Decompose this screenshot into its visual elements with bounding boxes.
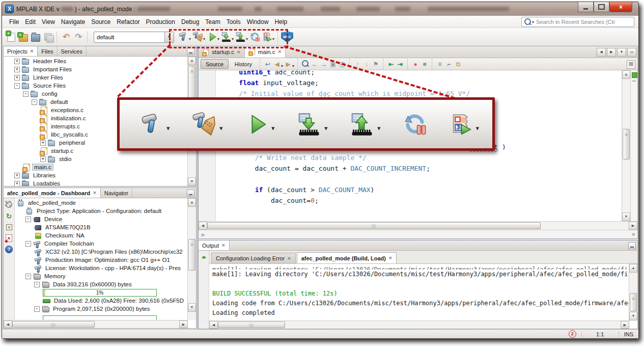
debug-main-project-button[interactable] bbox=[261, 31, 273, 43]
scroll-down-icon[interactable]: ▼ bbox=[188, 177, 196, 186]
tree-item-label[interactable]: interrupts.c bbox=[49, 123, 81, 129]
breadcrumb-close-icon[interactable]: × bbox=[631, 232, 635, 237]
tree-item-label[interactable]: config bbox=[40, 91, 59, 97]
tree-item-label[interactable]: License: Workstation - cpp - HPA:6714 da… bbox=[44, 265, 182, 271]
search-caret-icon[interactable]: ▾ bbox=[532, 20, 534, 24]
output-vscrollbar[interactable]: ▲ ▼ bbox=[629, 264, 637, 321]
menu-debug[interactable]: Debug bbox=[178, 17, 202, 26]
code-line[interactable]: 45 bbox=[216, 174, 622, 184]
tab-navigator[interactable]: Navigator bbox=[101, 188, 132, 198]
scroll-thumb[interactable] bbox=[207, 222, 541, 229]
scroll-right-icon[interactable]: ▶ bbox=[629, 222, 637, 230]
shift-right-icon[interactable]: ⇥ bbox=[396, 60, 405, 69]
scroll-up-icon[interactable]: ▲ bbox=[629, 264, 637, 273]
shift-left-icon[interactable]: ⇤ bbox=[386, 60, 396, 69]
tree-item-label[interactable]: Production Image: Optimization: gcc O1 g… bbox=[44, 257, 172, 263]
navigate-back-icon[interactable]: ◀ bbox=[272, 60, 282, 69]
scroll-thumb[interactable] bbox=[623, 129, 630, 159]
read-device-memory-button[interactable] bbox=[234, 31, 246, 43]
collapse-icon[interactable]: - bbox=[25, 217, 31, 222]
notifications-badge[interactable]: 2 bbox=[569, 330, 576, 338]
scroll-down-icon[interactable]: ▼ bbox=[188, 303, 196, 312]
back-caret-icon[interactable]: ▾ bbox=[281, 64, 283, 68]
expand-icon[interactable]: + bbox=[14, 173, 20, 178]
toggle-bookmark-icon[interactable]: ⚑ bbox=[371, 60, 380, 69]
menu-navigate[interactable]: Navigate bbox=[58, 17, 88, 26]
tab-startup-c[interactable]: startup.c× bbox=[199, 46, 245, 58]
tree-item-label[interactable]: stdio bbox=[58, 156, 73, 162]
tree-item-label[interactable]: afec_polled_mode bbox=[26, 200, 77, 206]
tab-close-icon[interactable]: × bbox=[388, 256, 393, 260]
help-button[interactable]: ? bbox=[5, 245, 13, 254]
new-project-button[interactable] bbox=[17, 31, 30, 43]
menu-view[interactable]: View bbox=[39, 17, 58, 26]
code-line[interactable]: 46 if (dac_count > DAC_COUNT_MAX) bbox=[216, 184, 622, 195]
window-close-button[interactable]: × bbox=[609, 2, 632, 12]
tree-item-label[interactable]: Loadables bbox=[32, 180, 62, 186]
scroll-thumb[interactable] bbox=[630, 293, 637, 311]
menu-help[interactable]: Help bbox=[271, 17, 290, 26]
tree-item-label[interactable]: Compiler Toolchain bbox=[43, 241, 96, 247]
find-selection-icon[interactable] bbox=[301, 60, 310, 69]
scroll-left-icon[interactable]: ◀ bbox=[199, 222, 207, 230]
collapse-icon[interactable]: - bbox=[25, 241, 31, 247]
configuration-combobox[interactable]: default ▼ bbox=[94, 32, 174, 43]
tree-item-label[interactable]: default bbox=[49, 99, 70, 105]
scroll-up-icon[interactable]: ▲ bbox=[188, 57, 196, 65]
split-editor-icon[interactable]: ⊞ bbox=[627, 60, 635, 69]
code-line[interactable]: 48 bbox=[216, 206, 622, 217]
tree-item-label[interactable]: Device bbox=[43, 216, 64, 222]
tab-close-icon[interactable]: × bbox=[287, 256, 291, 261]
scroll-up-icon[interactable]: ▲ bbox=[622, 70, 630, 79]
rectangular-selection-icon[interactable]: ◱ bbox=[338, 60, 347, 69]
tree-item-label[interactable]: XC32 (v2.10) [C:\Program Files (x86)\Mic… bbox=[44, 249, 184, 255]
tab-services[interactable]: Services bbox=[58, 46, 87, 56]
tab-scroll-right-icon[interactable]: ▶ bbox=[607, 48, 616, 57]
menu-edit[interactable]: Edit bbox=[22, 17, 39, 26]
code-line[interactable]: 36 float input_voltage; bbox=[216, 77, 622, 88]
collapse-icon[interactable]: - bbox=[23, 91, 29, 97]
debug-refresh-button[interactable] bbox=[248, 31, 261, 43]
source-view-button[interactable]: Source bbox=[201, 59, 229, 69]
run-project-button[interactable] bbox=[206, 31, 218, 43]
editor-hscrollbar[interactable]: ◀ ▶ bbox=[199, 221, 637, 230]
scroll-thumb[interactable] bbox=[12, 321, 95, 328]
editor-maximize-icon[interactable]: ▭ bbox=[627, 48, 636, 57]
scroll-left-icon[interactable]: ◀ bbox=[209, 321, 218, 329]
code-line[interactable]: 43 /* Write next data sample */ bbox=[216, 152, 622, 163]
tree-item-label[interactable]: Header Files bbox=[32, 58, 68, 64]
build-project-button[interactable] bbox=[177, 31, 189, 43]
tab-close-icon[interactable]: × bbox=[93, 191, 97, 195]
project-properties-button[interactable] bbox=[5, 200, 13, 209]
expand-icon[interactable]: + bbox=[14, 67, 20, 72]
scroll-thumb[interactable] bbox=[218, 322, 285, 328]
tree-item-label[interactable]: Program 2,097,152 (0x200000) bytes bbox=[51, 306, 152, 312]
scroll-right-icon[interactable]: ▶ bbox=[621, 321, 629, 329]
expand-icon[interactable]: + bbox=[14, 59, 20, 64]
tab-list-dropdown-icon[interactable]: ▼ bbox=[617, 48, 626, 57]
comment-icon[interactable]: ≡ bbox=[435, 60, 444, 69]
expand-icon[interactable]: + bbox=[14, 181, 20, 186]
forward-caret-icon[interactable]: ▾ bbox=[292, 64, 294, 68]
expand-icon[interactable]: + bbox=[14, 75, 20, 81]
window-maximize-button[interactable] bbox=[594, 2, 609, 12]
collapse-icon[interactable]: - bbox=[34, 306, 40, 312]
tab-build-load[interactable]: afec_polled_mode (Build, Load)× bbox=[297, 252, 397, 263]
scroll-right-icon[interactable]: ▶ bbox=[179, 321, 188, 328]
tab-close-icon[interactable]: × bbox=[278, 49, 282, 54]
tree-item-label[interactable]: peripheral bbox=[58, 140, 87, 146]
scroll-down-icon[interactable]: ▼ bbox=[629, 312, 637, 321]
tree-item-label[interactable]: exceptions.c bbox=[49, 107, 85, 113]
panel-minimize-button[interactable] bbox=[628, 242, 636, 249]
tree-item-label[interactable]: libc_syscalls.c bbox=[49, 131, 90, 138]
tab-close-icon[interactable]: × bbox=[237, 50, 241, 55]
tree-item-label[interactable]: Data Used: 2,600 (0xA28) Free: 390,616 (… bbox=[52, 298, 185, 304]
collapse-icon[interactable]: - bbox=[14, 83, 20, 89]
menu-source[interactable]: Source bbox=[88, 17, 114, 26]
stop-macro-recording-icon[interactable]: ■ bbox=[420, 60, 429, 69]
tree-item-label[interactable]: ATSAME70Q21B bbox=[44, 224, 92, 230]
menu-window[interactable]: Window bbox=[244, 17, 272, 26]
code-line[interactable]: 47 dac_count=0; bbox=[216, 195, 622, 206]
menu-team[interactable]: Team bbox=[202, 17, 223, 26]
panel-minimize-button[interactable] bbox=[187, 48, 194, 55]
